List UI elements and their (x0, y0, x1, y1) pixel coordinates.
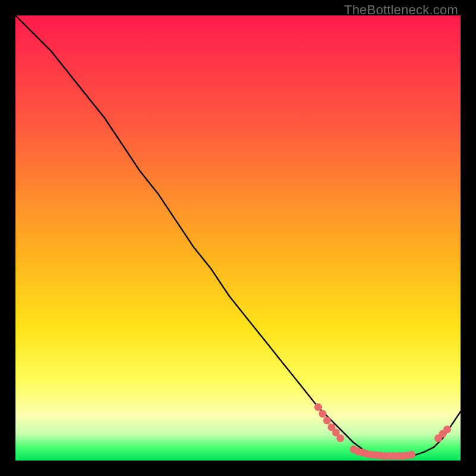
data-marker (323, 416, 331, 424)
data-marker (319, 410, 327, 418)
chart-svg (15, 15, 461, 461)
data-marker (337, 434, 345, 442)
data-marker (314, 403, 322, 411)
data-marker (408, 451, 415, 459)
data-markers (314, 403, 451, 460)
chart-frame: TheBottleneck.com (0, 0, 476, 476)
data-curve (15, 15, 461, 456)
plot-area (15, 15, 461, 461)
data-marker (443, 425, 451, 433)
